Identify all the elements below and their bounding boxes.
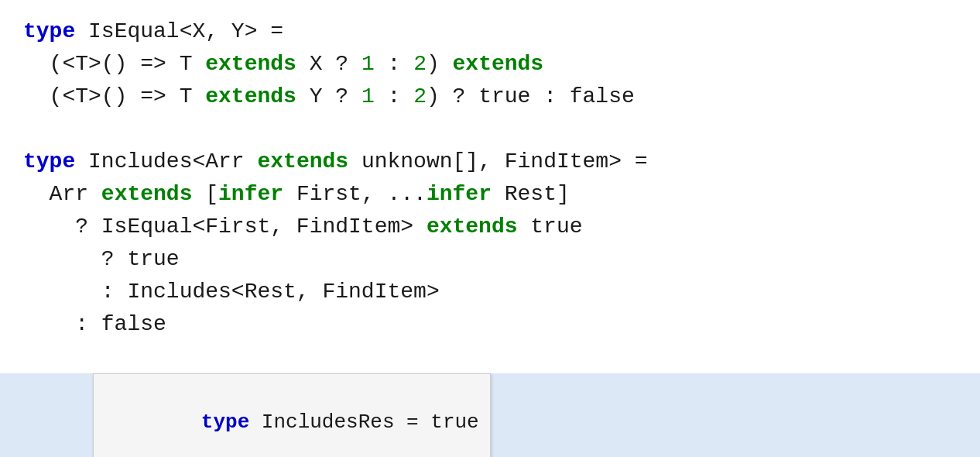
code-text: Includes<Arr [75,146,257,178]
code-line-6: Arr extends [infer First, ...infer Rest] [23,178,957,211]
keyword-extends-3: extends [205,81,296,113]
code-text: (<T>() => T [23,48,205,81]
code-text: ? IsEqual<First, FindItem> [23,211,427,243]
code-text: [ [192,178,218,211]
num-1: 1 [362,48,375,81]
code-line-9: : Includes<Rest, FindItem> [23,276,957,308]
code-text: ? true [23,243,180,276]
code-line-2: (<T>() => T extends X ? 1 : 2) extends [23,48,957,81]
code-editor: type IsEqual<X, Y> = (<T>() => T extends… [0,0,980,457]
code-text: ) [427,48,453,81]
code-text: : Includes<Rest, FindItem> [23,276,440,308]
code-line-10: : false [23,308,957,341]
code-text: ) ? true : false [427,81,635,113]
num-4: 2 [413,81,427,113]
keyword-type-1: type [23,15,75,48]
code-line-1: type IsEqual<X, Y> = [23,15,957,48]
tooltip-container: type IncludesRes = true type IncludesRes… [0,373,980,457]
empty-line-2 [23,341,957,373]
num-3: 1 [362,81,375,113]
keyword-extends-1: extends [205,48,296,81]
code-text: First, ... [283,178,427,211]
tooltip-line: type IncludesRes = true [23,373,980,457]
keyword-infer-1: infer [218,178,283,211]
code-text: Arr [23,178,101,211]
keyword-extends-6: extends [427,211,518,243]
code-text: IsEqual<X, Y> = [75,15,283,48]
tooltip-text: IncludesRes = true [249,411,478,434]
empty-line-1 [23,113,957,146]
code-line-8: ? true [23,243,957,276]
code-text: : [375,48,413,81]
code-line-3: (<T>() => T extends Y ? 1 : 2) ? true : … [23,81,957,113]
keyword-extends-4: extends [257,146,348,178]
code-text: Rest] [492,178,570,211]
code-text: unknown[], FindItem> = [348,146,647,178]
code-text: true [518,211,583,243]
code-line-5: type Includes<Arr extends unknown[], Fin… [23,146,957,178]
code-line-7: ? IsEqual<First, FindItem> extends true [23,211,957,243]
keyword-extends-2: extends [453,48,544,81]
tooltip-popup: type IncludesRes = true [93,373,491,457]
keyword-extends-5: extends [101,178,193,211]
num-2: 2 [413,48,427,81]
code-text: Y ? [296,81,362,113]
code-text: (<T>() => T [23,81,205,113]
code-text: : false [23,308,166,341]
keyword-infer-2: infer [427,178,492,211]
tooltip-keyword: type [201,411,249,434]
keyword-type-2: type [23,146,75,178]
code-text: : [375,81,413,113]
code-text: X ? [296,48,362,81]
